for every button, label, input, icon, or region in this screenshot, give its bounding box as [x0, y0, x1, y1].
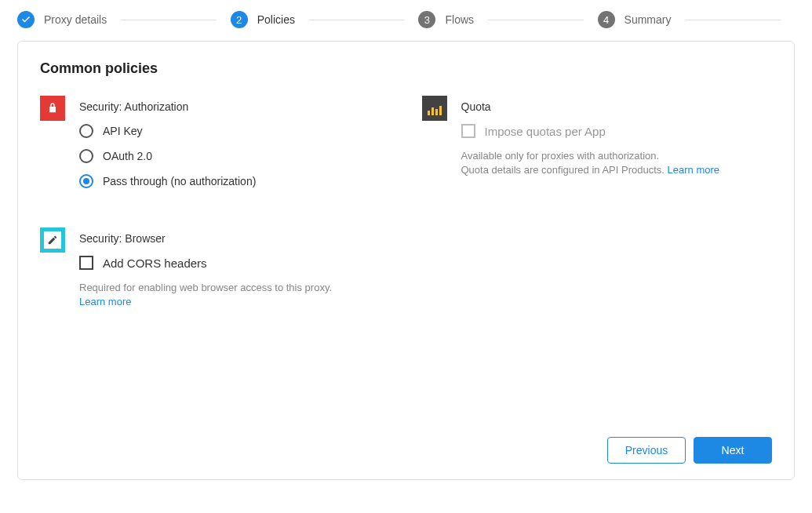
policy-title: Security: Browser: [79, 232, 391, 245]
helper-text: Required for enabling web browser access…: [79, 281, 391, 309]
step-proxy-details[interactable]: Proxy details: [17, 11, 107, 28]
next-button[interactable]: Next: [694, 437, 772, 464]
radio-label: OAuth 2.0: [103, 150, 152, 162]
lock-icon: [40, 96, 65, 121]
checkbox-icon: [461, 124, 475, 138]
checkbox-icon: [79, 256, 93, 270]
pencil-icon: [40, 227, 65, 253]
wizard-stepper: Proxy details 2 Policies 3 Flows 4 Summa…: [17, 11, 795, 41]
wizard-footer: Previous Next: [40, 437, 772, 464]
step-policies[interactable]: 2 Policies: [231, 11, 295, 28]
policy-title: Quota: [461, 100, 773, 113]
policy-browser: Security: Browser Add CORS headers Requi…: [40, 227, 391, 309]
policy-title: Security: Authorization: [79, 100, 391, 113]
step-number: 2: [231, 11, 248, 28]
step-connector: [685, 20, 781, 20]
step-label: Proxy details: [44, 13, 107, 26]
radio-api-key[interactable]: API Key: [79, 124, 391, 138]
step-number: 3: [418, 11, 435, 28]
radio-icon: [79, 124, 93, 138]
step-label: Summary: [624, 13, 672, 26]
checkbox-label: Impose quotas per App: [485, 125, 606, 138]
checkbox-cors[interactable]: Add CORS headers: [79, 256, 391, 270]
policy-authorization: Security: Authorization API Key OAuth 2.…: [40, 96, 391, 199]
checkbox-label: Add CORS headers: [103, 256, 207, 270]
helper-text-line: Required for enabling web browser access…: [79, 282, 332, 293]
learn-more-link[interactable]: Learn more: [668, 164, 719, 176]
bar-chart-icon: [422, 96, 447, 121]
step-summary[interactable]: 4 Summary: [598, 11, 672, 28]
radio-oauth[interactable]: OAuth 2.0: [79, 149, 391, 163]
radio-label: API Key: [103, 125, 143, 137]
helper-text: Available only for proxies with authoriz…: [461, 149, 773, 177]
check-icon: [17, 11, 35, 28]
policies-card: Common policies Security: Authorization …: [17, 41, 795, 480]
step-label: Flows: [445, 13, 474, 26]
step-connector: [121, 20, 217, 20]
radio-label: Pass through (no authorization): [103, 175, 256, 187]
checkbox-quota: Impose quotas per App: [461, 124, 773, 138]
radio-icon: [79, 149, 93, 163]
step-connector: [488, 20, 584, 20]
step-connector: [309, 20, 405, 20]
helper-text-line: Available only for proxies with authoriz…: [461, 150, 660, 162]
step-flows[interactable]: 3 Flows: [418, 11, 474, 28]
radio-pass-through[interactable]: Pass through (no authorization): [79, 174, 391, 188]
policy-quota: Quota Impose quotas per App Available on…: [422, 96, 773, 177]
step-label: Policies: [257, 13, 295, 26]
step-number: 4: [598, 11, 615, 28]
page-title: Common policies: [40, 60, 772, 77]
learn-more-link[interactable]: Learn more: [79, 296, 131, 307]
radio-icon: [79, 174, 93, 188]
previous-button[interactable]: Previous: [607, 437, 686, 464]
helper-text-line: Quota details are configured in API Prod…: [461, 164, 665, 176]
